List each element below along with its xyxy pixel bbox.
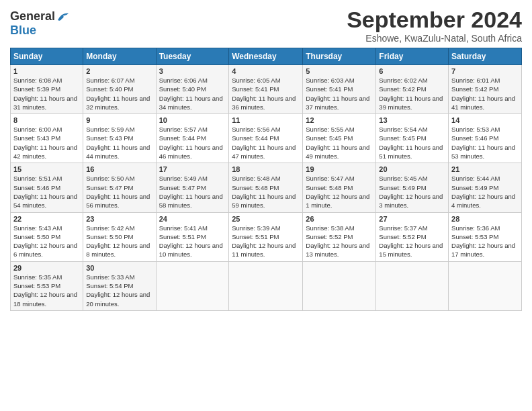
day-detail: Sunrise: 5:51 AMSunset: 5:46 PMDaylight:…	[13, 174, 80, 210]
calendar-cell: 20Sunrise: 5:45 AMSunset: 5:49 PMDayligh…	[376, 163, 449, 212]
calendar-cell: 2Sunrise: 6:07 AMSunset: 5:40 PMDaylight…	[83, 65, 156, 114]
calendar-cell: 14Sunrise: 5:53 AMSunset: 5:46 PMDayligh…	[449, 114, 522, 163]
calendar-cell: 30Sunrise: 5:33 AMSunset: 5:54 PMDayligh…	[83, 261, 156, 310]
calendar-cell: 9Sunrise: 5:59 AMSunset: 5:43 PMDaylight…	[83, 114, 156, 163]
day-detail: Sunrise: 6:07 AMSunset: 5:40 PMDaylight:…	[86, 76, 152, 111]
day-detail: Sunrise: 5:43 AMSunset: 5:50 PMDaylight:…	[13, 224, 80, 259]
day-number: 20	[379, 165, 445, 173]
title-area: September 2024 Eshowe, KwaZulu-Natal, So…	[347, 7, 522, 44]
calendar-week-1: 1Sunrise: 6:08 AMSunset: 5:39 PMDaylight…	[11, 65, 522, 114]
header-day-sunday: Sunday	[11, 48, 83, 65]
day-number: 28	[451, 215, 519, 223]
calendar-body: 1Sunrise: 6:08 AMSunset: 5:39 PMDaylight…	[11, 65, 522, 311]
calendar-cell: 1Sunrise: 6:08 AMSunset: 5:39 PMDaylight…	[11, 65, 83, 114]
day-number: 27	[379, 215, 445, 223]
day-number: 25	[232, 215, 300, 223]
day-detail: Sunrise: 5:44 AMSunset: 5:49 PMDaylight:…	[451, 174, 519, 210]
calendar-cell: 5Sunrise: 6:03 AMSunset: 5:41 PMDaylight…	[303, 65, 376, 114]
day-detail: Sunrise: 5:49 AMSunset: 5:47 PMDaylight:…	[159, 174, 226, 210]
day-number: 13	[379, 116, 445, 124]
calendar-cell	[303, 261, 376, 310]
day-detail: Sunrise: 5:57 AMSunset: 5:44 PMDaylight:…	[159, 125, 226, 161]
day-number: 29	[13, 264, 80, 272]
location-title: Eshowe, KwaZulu-Natal, South Africa	[347, 33, 522, 44]
day-number: 16	[86, 165, 152, 173]
day-detail: Sunrise: 5:42 AMSunset: 5:50 PMDaylight:…	[86, 224, 152, 259]
day-number: 3	[159, 67, 226, 75]
calendar-cell: 3Sunrise: 6:06 AMSunset: 5:40 PMDaylight…	[156, 65, 229, 114]
day-detail: Sunrise: 6:08 AMSunset: 5:39 PMDaylight:…	[13, 76, 80, 111]
day-number: 10	[159, 116, 226, 124]
day-number: 30	[86, 264, 152, 272]
day-number: 4	[232, 67, 300, 75]
day-detail: Sunrise: 6:03 AMSunset: 5:41 PMDaylight:…	[306, 76, 373, 111]
day-detail: Sunrise: 6:05 AMSunset: 5:41 PMDaylight:…	[232, 76, 300, 111]
day-detail: Sunrise: 6:00 AMSunset: 5:43 PMDaylight:…	[13, 125, 80, 161]
header-day-tuesday: Tuesday	[156, 48, 229, 65]
header-day-thursday: Thursday	[303, 48, 376, 65]
day-detail: Sunrise: 5:33 AMSunset: 5:54 PMDaylight:…	[86, 273, 152, 308]
day-detail: Sunrise: 6:02 AMSunset: 5:42 PMDaylight:…	[379, 76, 445, 111]
day-number: 8	[13, 116, 80, 124]
calendar-cell: 21Sunrise: 5:44 AMSunset: 5:49 PMDayligh…	[449, 163, 522, 212]
day-number: 6	[379, 67, 445, 75]
calendar-cell: 27Sunrise: 5:37 AMSunset: 5:52 PMDayligh…	[376, 212, 449, 261]
logo: General Blue	[10, 7, 70, 38]
calendar-cell	[156, 261, 229, 310]
calendar-cell: 15Sunrise: 5:51 AMSunset: 5:46 PMDayligh…	[11, 163, 83, 212]
calendar-cell: 26Sunrise: 5:38 AMSunset: 5:52 PMDayligh…	[303, 212, 376, 261]
calendar-week-2: 8Sunrise: 6:00 AMSunset: 5:43 PMDaylight…	[11, 114, 522, 163]
day-number: 5	[306, 67, 373, 75]
day-number: 12	[306, 116, 373, 124]
calendar-week-3: 15Sunrise: 5:51 AMSunset: 5:46 PMDayligh…	[11, 163, 522, 212]
day-number: 23	[86, 215, 152, 223]
calendar-cell: 10Sunrise: 5:57 AMSunset: 5:44 PMDayligh…	[156, 114, 229, 163]
day-number: 21	[451, 165, 519, 173]
calendar-cell	[449, 261, 522, 310]
day-detail: Sunrise: 5:45 AMSunset: 5:49 PMDaylight:…	[379, 174, 445, 210]
day-number: 7	[451, 67, 519, 75]
calendar-cell: 16Sunrise: 5:50 AMSunset: 5:47 PMDayligh…	[83, 163, 156, 212]
day-number: 11	[232, 116, 300, 124]
logo-general-text: General	[10, 9, 55, 24]
logo-bird-icon	[56, 11, 70, 23]
calendar-cell: 28Sunrise: 5:36 AMSunset: 5:53 PMDayligh…	[449, 212, 522, 261]
calendar-cell: 17Sunrise: 5:49 AMSunset: 5:47 PMDayligh…	[156, 163, 229, 212]
calendar-header-row: SundayMondayTuesdayWednesdayThursdayFrid…	[11, 48, 522, 65]
header-day-saturday: Saturday	[449, 48, 522, 65]
day-detail: Sunrise: 5:37 AMSunset: 5:52 PMDaylight:…	[379, 224, 445, 259]
day-detail: Sunrise: 5:39 AMSunset: 5:51 PMDaylight:…	[232, 224, 300, 259]
calendar-cell: 12Sunrise: 5:55 AMSunset: 5:45 PMDayligh…	[303, 114, 376, 163]
calendar-cell	[229, 261, 303, 310]
calendar-week-4: 22Sunrise: 5:43 AMSunset: 5:50 PMDayligh…	[11, 212, 522, 261]
calendar-cell: 29Sunrise: 5:35 AMSunset: 5:53 PMDayligh…	[11, 261, 83, 310]
day-number: 2	[86, 67, 152, 75]
day-detail: Sunrise: 5:38 AMSunset: 5:52 PMDaylight:…	[306, 224, 373, 259]
calendar-cell: 11Sunrise: 5:56 AMSunset: 5:44 PMDayligh…	[229, 114, 303, 163]
calendar-table: SundayMondayTuesdayWednesdayThursdayFrid…	[10, 48, 522, 311]
day-number: 18	[232, 165, 300, 173]
logo-blue-text: Blue	[10, 24, 36, 38]
calendar-cell: 4Sunrise: 6:05 AMSunset: 5:41 PMDaylight…	[229, 65, 303, 114]
header-day-monday: Monday	[83, 48, 156, 65]
day-number: 19	[306, 165, 373, 173]
calendar-cell: 8Sunrise: 6:00 AMSunset: 5:43 PMDaylight…	[11, 114, 83, 163]
day-number: 15	[13, 165, 80, 173]
day-detail: Sunrise: 6:06 AMSunset: 5:40 PMDaylight:…	[159, 76, 226, 111]
day-detail: Sunrise: 5:48 AMSunset: 5:48 PMDaylight:…	[232, 174, 300, 210]
calendar-cell: 19Sunrise: 5:47 AMSunset: 5:48 PMDayligh…	[303, 163, 376, 212]
day-detail: Sunrise: 5:35 AMSunset: 5:53 PMDaylight:…	[13, 273, 80, 308]
day-number: 24	[159, 215, 226, 223]
header-day-friday: Friday	[376, 48, 449, 65]
day-detail: Sunrise: 6:01 AMSunset: 5:42 PMDaylight:…	[451, 76, 519, 111]
header: General Blue September 2024 Eshowe, KwaZ…	[10, 7, 522, 44]
day-detail: Sunrise: 5:36 AMSunset: 5:53 PMDaylight:…	[451, 224, 519, 259]
day-detail: Sunrise: 5:59 AMSunset: 5:43 PMDaylight:…	[86, 125, 152, 161]
day-number: 17	[159, 165, 226, 173]
day-number: 9	[86, 116, 152, 124]
header-day-wednesday: Wednesday	[229, 48, 303, 65]
day-detail: Sunrise: 5:56 AMSunset: 5:44 PMDaylight:…	[232, 125, 300, 161]
day-detail: Sunrise: 5:53 AMSunset: 5:46 PMDaylight:…	[451, 125, 519, 161]
day-detail: Sunrise: 5:55 AMSunset: 5:45 PMDaylight:…	[306, 125, 373, 161]
calendar-cell: 13Sunrise: 5:54 AMSunset: 5:45 PMDayligh…	[376, 114, 449, 163]
